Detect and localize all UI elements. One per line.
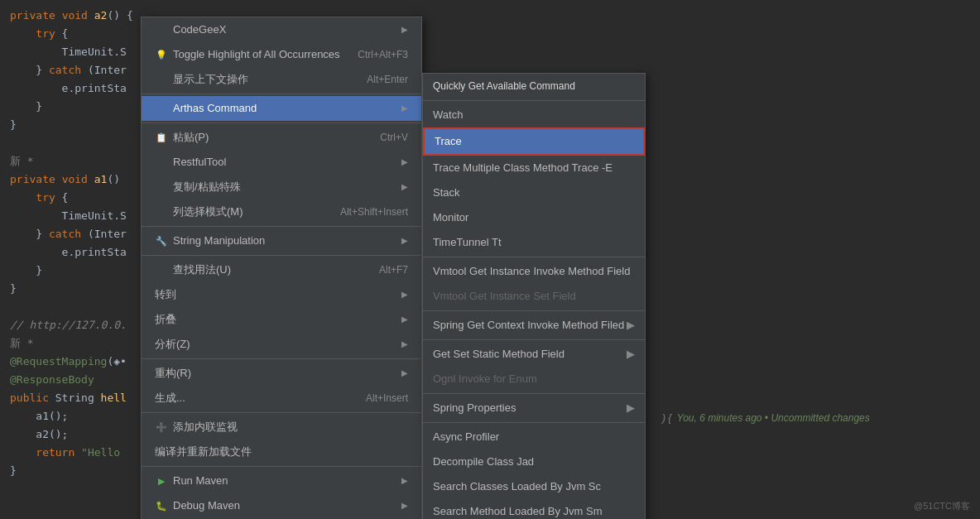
separator (423, 257, 645, 257)
separator (142, 466, 421, 467)
paste-icon: 📋 (155, 131, 168, 144)
menu-item-run-maven[interactable]: ▶ Run Maven (142, 469, 421, 493)
arthas-vmtool-set: Vmtool Get Instance Set Field (423, 284, 645, 309)
arthas-submenu[interactable]: Quickly Get Available Command Watch Trac… (422, 73, 646, 519)
arthas-async-profiler[interactable]: Async Profiler (423, 425, 645, 449)
context-icon (155, 73, 168, 86)
arthas-watch[interactable]: Watch (423, 103, 645, 127)
arthas-stack[interactable]: Stack (423, 180, 645, 205)
menu-item-generate[interactable]: 生成... Alt+Insert (142, 386, 421, 411)
menu-item-add-inline-watch[interactable]: ➕ 添加内联监视 (142, 415, 421, 440)
arthas-spring-props[interactable]: Spring Properties ▶ (423, 396, 645, 420)
codegee-icon (155, 23, 168, 36)
arthas-spring-get[interactable]: Spring Get Context Invoke Method Filed ▶ (423, 313, 645, 338)
separator (423, 422, 645, 423)
separator (423, 100, 645, 101)
arthas-header: Quickly Get Available Command (423, 74, 645, 99)
menu-item-codegee[interactable]: CodeGeeX (142, 17, 421, 42)
menu-item-goto[interactable]: 转到 (142, 282, 421, 307)
arthas-monitor[interactable]: Monitor (423, 205, 645, 230)
git-uncommit: You, 6 minutes ago • Uncommitted changes (677, 412, 870, 424)
menu-item-show-context[interactable]: 显示上下文操作 Alt+Enter (142, 67, 421, 92)
debug-icon: 🐛 (155, 499, 168, 512)
separator (142, 94, 421, 94)
menu-item-compile-reload[interactable]: 编译并重新加载文件 (142, 440, 421, 464)
bulb-icon: 💡 (155, 48, 168, 61)
arthas-get-set-static[interactable]: Get Set Static Method Field ▶ (423, 342, 645, 367)
arthas-decompile[interactable]: Decompile Class Jad (423, 449, 645, 474)
arthas-search-method[interactable]: Search Method Loaded By Jvm Sm (423, 499, 645, 519)
git-note: ) { You, 6 minutes ago • Uncommitted cha… (662, 412, 870, 424)
arthas-trace[interactable]: Trace (423, 127, 645, 156)
plus-icon: ➕ (155, 420, 168, 434)
separator (423, 393, 645, 394)
menu-item-toggle-highlight[interactable]: 💡 Toggle Highlight of All Occurrences Ct… (142, 42, 421, 67)
run-icon: ▶ (155, 474, 168, 488)
separator (423, 339, 645, 340)
column-icon (155, 205, 168, 219)
separator (142, 358, 421, 359)
separator (142, 412, 421, 413)
menu-item-refactor[interactable]: 重构(R) (142, 361, 421, 386)
watermark: @51CTC博客 (914, 500, 970, 512)
menu-item-fold[interactable]: 折叠 (142, 307, 421, 332)
menu-item-analyze[interactable]: 分析(Z) (142, 332, 421, 357)
separator (142, 255, 421, 256)
arthas-trace-multiple[interactable]: Trace Multiple Class Method Trace -E (423, 156, 645, 180)
copy-icon (155, 180, 168, 194)
menu-item-copy-special[interactable]: 复制/粘贴特殊 (142, 175, 421, 199)
menu-item-string-manipulation[interactable]: 🔧 String Manipulation (142, 228, 421, 253)
arthas-timetunnel[interactable]: TimeTunnel Tt (423, 230, 645, 255)
menu-item-debug-maven[interactable]: 🐛 Debug Maven (142, 493, 421, 518)
wrench-icon: 🔧 (155, 234, 168, 247)
arthas-ognl-enum: Ognl Invoke for Enum (423, 367, 645, 392)
arthas-search-classes[interactable]: Search Classes Loaded By Jvm Sc (423, 474, 645, 499)
restful-icon (155, 156, 168, 169)
menu-item-find-usages[interactable]: 查找用法(U) Alt+F7 (142, 257, 421, 282)
menu-item-column-select[interactable]: 列选择模式(M) Alt+Shift+Insert (142, 199, 421, 224)
context-menu-level1[interactable]: CodeGeeX 💡 Toggle Highlight of All Occur… (141, 17, 422, 519)
separator (142, 226, 421, 227)
separator (423, 310, 645, 311)
arthas-icon (155, 102, 168, 115)
arthas-vmtool-invoke[interactable]: Vmtool Get Instance Invoke Method Field (423, 259, 645, 284)
menu-item-paste[interactable]: 📋 粘贴(P) Ctrl+V (142, 125, 421, 150)
find-icon (155, 263, 168, 276)
separator (142, 123, 421, 123)
menu-item-arthas[interactable]: Arthas Command (142, 96, 421, 121)
menu-item-restful[interactable]: RestfulTool (142, 150, 421, 175)
